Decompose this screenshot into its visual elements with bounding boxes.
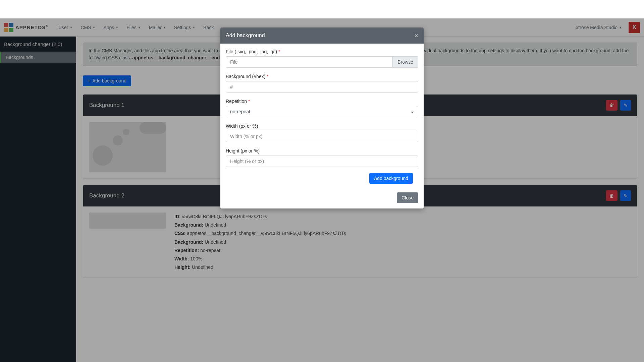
modal-header: Add background × [220,27,424,44]
close-modal-button[interactable]: Close [397,192,418,203]
width-input[interactable] [226,131,418,142]
file-input[interactable] [226,56,393,68]
repetition-label: Repetition * [226,99,418,104]
add-background-modal: Add background × File (.svg, .png, .jpg,… [220,27,424,208]
close-icon: × [414,32,418,39]
repetition-select[interactable]: no-repeat [226,106,418,117]
hex-input[interactable] [226,81,418,93]
height-input[interactable] [226,156,418,167]
height-label: Height (px or %) [226,148,418,154]
submit-add-background-button[interactable]: Add background [369,173,413,184]
modal-title: Add background [226,33,265,39]
file-label: File (.svg, .png, .jpg, .gif) * [226,49,418,54]
width-label: Width (px or %) [226,123,418,129]
browse-button[interactable]: Browse [393,56,418,68]
modal-close-button[interactable]: × [414,32,418,39]
hex-label: Background (#hex) * [226,74,418,79]
modal-body: File (.svg, .png, .jpg, .gif) * Browse B… [220,44,424,189]
